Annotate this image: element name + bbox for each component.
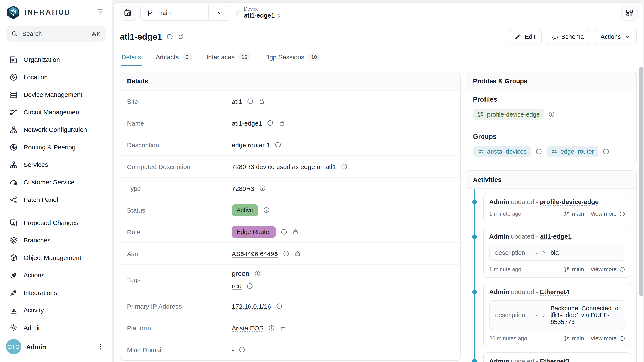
tab-artifacts[interactable]: Artifacts0 xyxy=(155,53,193,66)
user-menu-button[interactable] xyxy=(95,342,106,352)
info-icon[interactable] xyxy=(548,111,555,118)
infrahub-logo-icon xyxy=(6,5,20,20)
primary-ip-link[interactable]: 172.16.0.1/16 xyxy=(232,302,271,310)
detail-row-primary-ip: Primary IP Address 172.16.0.1/16 xyxy=(120,295,460,317)
branch-selector[interactable]: main xyxy=(140,5,231,21)
sidebar-item-routing-peering[interactable]: Routing & Peering xyxy=(4,138,108,156)
edit-button[interactable]: Edit xyxy=(508,29,542,44)
lock-icon xyxy=(280,325,286,331)
info-icon[interactable] xyxy=(268,325,275,331)
share-icon xyxy=(10,195,18,204)
info-icon xyxy=(619,335,625,341)
sidebar-item-activity[interactable]: Activity xyxy=(4,301,108,319)
activity-object-link[interactable]: atl1-edge1 xyxy=(540,233,572,240)
details-card: Details Site atl1 Name atl1-edge1 Descri… xyxy=(120,72,460,361)
tab-interfaces[interactable]: Interfaces15 xyxy=(206,53,251,66)
git-branch-icon xyxy=(564,266,570,272)
info-icon[interactable] xyxy=(246,283,253,289)
info-icon[interactable] xyxy=(535,148,542,155)
sidebar-item-actions[interactable]: Actions xyxy=(4,266,108,284)
users-icon xyxy=(477,148,484,155)
refresh-icon[interactable] xyxy=(178,33,184,40)
search-input[interactable]: Search ⌘K xyxy=(6,26,106,42)
right-column: Profiles & Groups Profiles profile-devic… xyxy=(466,72,637,362)
sidebar-item-branches[interactable]: Branches xyxy=(4,231,108,249)
detail-row-type: Type 7280R3 xyxy=(120,177,460,199)
avatar: OTO xyxy=(6,339,22,354)
breadcrumb-separator: / xyxy=(236,8,240,17)
tab-details[interactable]: Details xyxy=(120,53,142,66)
info-icon[interactable] xyxy=(254,270,261,277)
info-icon[interactable] xyxy=(340,163,348,170)
actions-button[interactable]: Actions xyxy=(594,29,637,44)
info-icon[interactable] xyxy=(276,303,283,310)
activity-object-link[interactable]: Ethernet4 xyxy=(540,288,570,295)
sidebar-item-customer-service[interactable]: Customer Service xyxy=(4,173,108,191)
time-travel-button[interactable] xyxy=(120,5,136,21)
info-icon[interactable] xyxy=(282,250,289,257)
lock-icon xyxy=(258,98,265,105)
breadcrumb-object-selector[interactable]: atl1-edge1 xyxy=(244,12,282,19)
asn-link[interactable]: AS64496 64496 xyxy=(232,250,278,257)
activity-object-link[interactable]: profile-device-edge xyxy=(540,198,599,205)
bar-chart-icon xyxy=(10,306,18,314)
pencil-icon xyxy=(514,33,521,40)
info-icon xyxy=(619,266,625,272)
info-icon[interactable] xyxy=(259,185,266,192)
activity-entry: Admin updated - Ethernet4 description - … xyxy=(483,283,631,347)
branch-name: main xyxy=(157,9,171,16)
info-icon[interactable] xyxy=(274,141,282,148)
branch-dropdown-toggle[interactable] xyxy=(208,5,231,20)
sidebar-item-services[interactable]: Services xyxy=(4,156,108,173)
info-icon[interactable] xyxy=(238,346,246,353)
group-chip-arista-devices[interactable]: arista_devices xyxy=(473,146,531,157)
sidebar-item-location[interactable]: Location xyxy=(4,68,108,86)
collapse-sidebar-button[interactable] xyxy=(94,7,106,18)
tag-link-green[interactable]: green xyxy=(232,270,249,277)
sidebar-item-object-management[interactable]: Object Management xyxy=(4,249,108,266)
cloud-share-icon xyxy=(10,178,18,186)
info-icon[interactable] xyxy=(281,228,288,235)
view-more-link[interactable]: View more xyxy=(590,266,625,272)
info-icon[interactable] xyxy=(166,33,173,40)
sidebar-item-admin[interactable]: Admin xyxy=(4,319,108,336)
tag-link-red[interactable]: red xyxy=(232,282,242,290)
profile-chip[interactable]: profile-device-edge xyxy=(473,109,544,120)
info-icon[interactable] xyxy=(247,98,254,105)
cube-icon xyxy=(10,253,18,262)
platform-link[interactable]: Arista EOS xyxy=(232,324,264,332)
detail-row-site: Site atl1 xyxy=(120,90,460,112)
tab-bgp-sessions[interactable]: Bgp Sessions10 xyxy=(264,53,321,66)
sidebar-item-organization[interactable]: Organization xyxy=(4,51,108,68)
profiles-title: Profiles xyxy=(473,96,630,103)
breadcrumb: Device atl1-edge1 xyxy=(244,6,282,19)
sidebar-item-proposed-changes[interactable]: Proposed Changes xyxy=(4,214,108,231)
git-branch-icon xyxy=(564,335,570,341)
sidebar-item-network-configuration[interactable]: Network Configuration xyxy=(4,121,108,138)
info-icon[interactable] xyxy=(267,120,274,126)
sidebar-item-device-management[interactable]: Device Management xyxy=(4,86,108,103)
activity-object-link[interactable]: Ethernet3 xyxy=(540,357,570,362)
detail-row-mlag-domain: Mlag Domain - xyxy=(120,339,460,360)
app-root: INFRAHUB Search ⌘K Organization Location… xyxy=(0,0,644,362)
content: Details Site atl1 Name atl1-edge1 Descri… xyxy=(114,66,643,362)
git-branch-icon xyxy=(564,211,570,217)
sidebar-item-patch-panel[interactable]: Patch Panel xyxy=(4,191,108,208)
detail-row-status: Status Active xyxy=(120,199,460,221)
graph-view-button[interactable] xyxy=(621,5,638,21)
groups-section: Groups arista_devices edge_router xyxy=(466,127,636,164)
scrollbar-thumb[interactable] xyxy=(639,67,643,296)
group-chip-edge-router[interactable]: edge_router xyxy=(546,146,598,157)
schema-button[interactable]: {..}Schema xyxy=(546,29,590,44)
info-icon[interactable] xyxy=(263,207,270,213)
sidebar-item-circuit-management[interactable]: Circuit Management xyxy=(4,103,108,121)
brand-name: INFRAHUB xyxy=(24,8,94,17)
info-icon[interactable] xyxy=(602,148,609,155)
sidebar-item-integrations[interactable]: Integrations xyxy=(4,284,108,301)
building-icon xyxy=(10,55,18,64)
gear-icon xyxy=(10,323,18,332)
site-link[interactable]: atl1 xyxy=(232,98,242,105)
view-more-link[interactable]: View more xyxy=(590,335,625,342)
graph-icon xyxy=(625,8,634,17)
view-more-link[interactable]: View more xyxy=(590,210,625,217)
